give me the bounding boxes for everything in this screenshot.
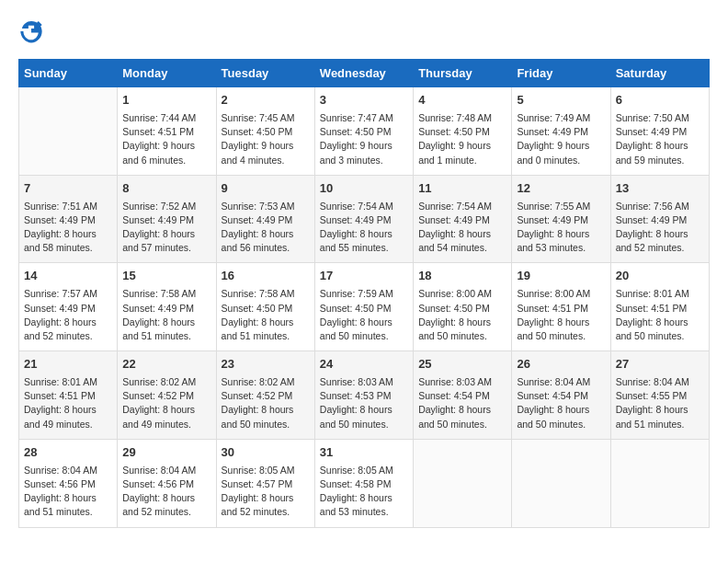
day-number: 28 [24, 444, 112, 462]
day-number: 7 [24, 180, 112, 198]
day-number: 27 [616, 356, 704, 373]
day-number: 4 [418, 92, 506, 109]
day-info: Sunrise: 7:44 AMSunset: 4:51 PMDaylight:… [122, 111, 210, 167]
day-number: 9 [222, 180, 310, 198]
day-number: 21 [24, 356, 112, 373]
page-header [18, 18, 710, 44]
calendar-table: SundayMondayTuesdayWednesdayThursdayFrid… [18, 59, 710, 528]
day-number: 13 [616, 180, 704, 198]
calendar-cell: 30Sunrise: 8:05 AMSunset: 4:57 PMDayligh… [216, 439, 314, 527]
day-info: Sunrise: 7:49 AMSunset: 4:49 PMDaylight:… [517, 111, 605, 167]
day-number: 1 [122, 92, 210, 109]
day-info: Sunrise: 7:48 AMSunset: 4:50 PMDaylight:… [418, 111, 506, 167]
day-number: 11 [418, 180, 506, 198]
day-number: 18 [418, 268, 506, 285]
day-number: 10 [320, 180, 408, 198]
day-info: Sunrise: 8:04 AMSunset: 4:54 PMDaylight:… [517, 375, 605, 431]
day-number: 29 [122, 444, 210, 462]
calendar-cell: 2Sunrise: 7:45 AMSunset: 4:50 PMDaylight… [216, 87, 314, 176]
calendar-cell: 27Sunrise: 8:04 AMSunset: 4:55 PMDayligh… [610, 351, 709, 440]
day-info: Sunrise: 7:45 AMSunset: 4:50 PMDaylight:… [222, 111, 310, 167]
calendar-week-row: 28Sunrise: 8:04 AMSunset: 4:56 PMDayligh… [19, 439, 710, 527]
day-info: Sunrise: 7:55 AMSunset: 4:49 PMDaylight:… [517, 200, 605, 256]
logo [18, 18, 48, 44]
day-info: Sunrise: 8:04 AMSunset: 4:55 PMDaylight:… [616, 375, 704, 431]
weekday-header: Monday [118, 60, 216, 87]
weekday-header: Wednesday [314, 60, 413, 87]
day-number: 12 [517, 180, 605, 198]
day-info: Sunrise: 7:59 AMSunset: 4:50 PMDaylight:… [320, 287, 408, 343]
calendar-cell: 28Sunrise: 8:04 AMSunset: 4:56 PMDayligh… [19, 439, 118, 527]
calendar-header-row: SundayMondayTuesdayWednesdayThursdayFrid… [19, 60, 710, 87]
weekday-header: Sunday [19, 60, 118, 87]
weekday-header: Thursday [414, 60, 512, 87]
calendar-cell: 12Sunrise: 7:55 AMSunset: 4:49 PMDayligh… [512, 175, 610, 263]
day-info: Sunrise: 8:03 AMSunset: 4:54 PMDaylight:… [418, 375, 506, 431]
calendar-week-row: 7Sunrise: 7:51 AMSunset: 4:49 PMDaylight… [19, 175, 710, 263]
calendar-cell: 20Sunrise: 8:01 AMSunset: 4:51 PMDayligh… [610, 263, 709, 351]
day-info: Sunrise: 8:04 AMSunset: 4:56 PMDaylight:… [24, 464, 112, 520]
day-info: Sunrise: 7:50 AMSunset: 4:49 PMDaylight:… [616, 111, 704, 167]
calendar-cell: 3Sunrise: 7:47 AMSunset: 4:50 PMDaylight… [314, 87, 413, 176]
logo-icon [18, 18, 44, 44]
day-info: Sunrise: 8:00 AMSunset: 4:51 PMDaylight:… [517, 287, 605, 343]
calendar-cell [414, 439, 512, 527]
calendar-cell: 13Sunrise: 7:56 AMSunset: 4:49 PMDayligh… [610, 175, 709, 263]
day-info: Sunrise: 7:53 AMSunset: 4:49 PMDaylight:… [222, 200, 310, 256]
calendar-cell: 17Sunrise: 7:59 AMSunset: 4:50 PMDayligh… [314, 263, 413, 351]
calendar-cell: 25Sunrise: 8:03 AMSunset: 4:54 PMDayligh… [414, 351, 512, 440]
day-number: 16 [222, 268, 310, 285]
calendar-cell: 23Sunrise: 8:02 AMSunset: 4:52 PMDayligh… [216, 351, 314, 440]
day-number: 19 [517, 268, 605, 285]
day-number: 31 [320, 444, 408, 462]
weekday-header: Tuesday [216, 60, 314, 87]
day-info: Sunrise: 7:58 AMSunset: 4:50 PMDaylight:… [222, 287, 310, 343]
day-info: Sunrise: 7:47 AMSunset: 4:50 PMDaylight:… [320, 111, 408, 167]
day-number: 23 [222, 356, 310, 373]
calendar-cell [512, 439, 610, 527]
day-info: Sunrise: 7:58 AMSunset: 4:49 PMDaylight:… [122, 287, 210, 343]
day-number: 24 [320, 356, 408, 373]
day-number: 5 [517, 92, 605, 109]
day-info: Sunrise: 8:03 AMSunset: 4:53 PMDaylight:… [320, 375, 408, 431]
day-number: 14 [24, 268, 112, 285]
day-info: Sunrise: 8:05 AMSunset: 4:58 PMDaylight:… [320, 464, 408, 520]
calendar-cell: 1Sunrise: 7:44 AMSunset: 4:51 PMDaylight… [118, 87, 216, 176]
day-number: 6 [616, 92, 704, 109]
calendar-cell: 21Sunrise: 8:01 AMSunset: 4:51 PMDayligh… [19, 351, 118, 440]
calendar-cell: 18Sunrise: 8:00 AMSunset: 4:50 PMDayligh… [414, 263, 512, 351]
calendar-cell: 7Sunrise: 7:51 AMSunset: 4:49 PMDaylight… [19, 175, 118, 263]
calendar-cell: 14Sunrise: 7:57 AMSunset: 4:49 PMDayligh… [19, 263, 118, 351]
day-info: Sunrise: 8:04 AMSunset: 4:56 PMDaylight:… [122, 464, 210, 520]
day-info: Sunrise: 8:01 AMSunset: 4:51 PMDaylight:… [616, 287, 704, 343]
calendar-cell: 24Sunrise: 8:03 AMSunset: 4:53 PMDayligh… [314, 351, 413, 440]
calendar-cell: 19Sunrise: 8:00 AMSunset: 4:51 PMDayligh… [512, 263, 610, 351]
day-number: 25 [418, 356, 506, 373]
day-info: Sunrise: 7:51 AMSunset: 4:49 PMDaylight:… [24, 200, 112, 256]
calendar-cell: 15Sunrise: 7:58 AMSunset: 4:49 PMDayligh… [118, 263, 216, 351]
calendar-cell: 11Sunrise: 7:54 AMSunset: 4:49 PMDayligh… [414, 175, 512, 263]
calendar-week-row: 21Sunrise: 8:01 AMSunset: 4:51 PMDayligh… [19, 351, 710, 440]
calendar-cell: 16Sunrise: 7:58 AMSunset: 4:50 PMDayligh… [216, 263, 314, 351]
calendar-cell: 31Sunrise: 8:05 AMSunset: 4:58 PMDayligh… [314, 439, 413, 527]
calendar-cell: 9Sunrise: 7:53 AMSunset: 4:49 PMDaylight… [216, 175, 314, 263]
calendar-week-row: 14Sunrise: 7:57 AMSunset: 4:49 PMDayligh… [19, 263, 710, 351]
weekday-header: Saturday [610, 60, 709, 87]
calendar-cell: 10Sunrise: 7:54 AMSunset: 4:49 PMDayligh… [314, 175, 413, 263]
calendar-cell: 4Sunrise: 7:48 AMSunset: 4:50 PMDaylight… [414, 87, 512, 176]
day-info: Sunrise: 8:05 AMSunset: 4:57 PMDaylight:… [222, 464, 310, 520]
calendar-cell [610, 439, 709, 527]
calendar-cell: 22Sunrise: 8:02 AMSunset: 4:52 PMDayligh… [118, 351, 216, 440]
calendar-week-row: 1Sunrise: 7:44 AMSunset: 4:51 PMDaylight… [19, 87, 710, 176]
day-number: 22 [122, 356, 210, 373]
day-info: Sunrise: 7:56 AMSunset: 4:49 PMDaylight:… [616, 200, 704, 256]
calendar-cell: 29Sunrise: 8:04 AMSunset: 4:56 PMDayligh… [118, 439, 216, 527]
day-number: 15 [122, 268, 210, 285]
day-info: Sunrise: 7:52 AMSunset: 4:49 PMDaylight:… [122, 200, 210, 256]
day-info: Sunrise: 8:01 AMSunset: 4:51 PMDaylight:… [24, 375, 112, 431]
day-info: Sunrise: 8:02 AMSunset: 4:52 PMDaylight:… [122, 375, 210, 431]
day-info: Sunrise: 8:02 AMSunset: 4:52 PMDaylight:… [222, 375, 310, 431]
day-number: 30 [222, 444, 310, 462]
weekday-header: Friday [512, 60, 610, 87]
day-number: 17 [320, 268, 408, 285]
